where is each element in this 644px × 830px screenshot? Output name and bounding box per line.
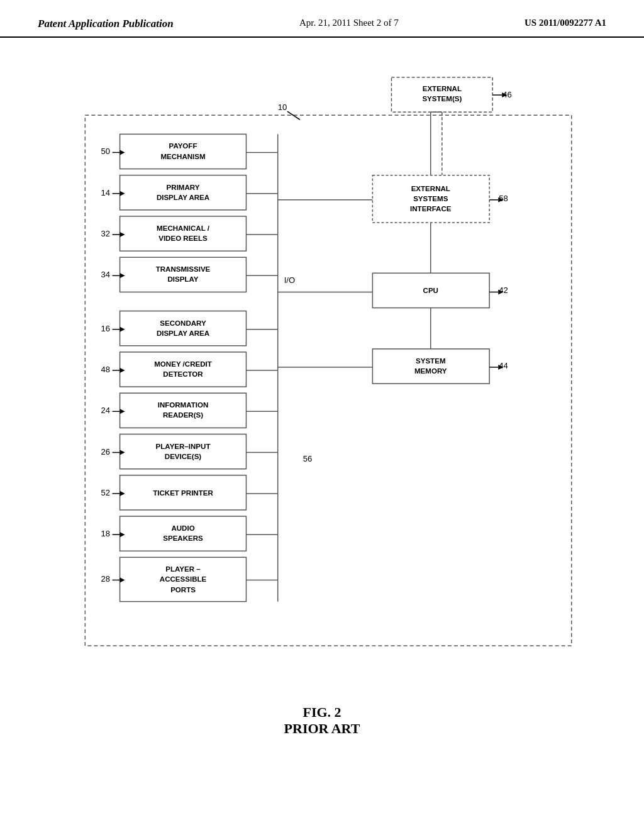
system-memory-label: SYSTEM <box>416 357 445 365</box>
ref-58: 58 <box>499 194 508 203</box>
figure-number: FIG. 2 <box>0 704 644 721</box>
player-ports-label3: PORTS <box>170 586 196 594</box>
mechanical-reels-label2: VIDEO REELS <box>158 235 208 242</box>
ref-44: 44 <box>499 361 508 370</box>
ref-52: 52 <box>101 488 110 497</box>
ref-24: 24 <box>101 406 110 415</box>
ref-16: 16 <box>101 324 110 333</box>
svg-rect-10 <box>120 175 247 210</box>
money-detector-label: MONEY /CREDIT <box>154 360 212 368</box>
information-reader-label2: READER(S) <box>163 411 203 419</box>
ext-sys-interface-label: EXTERNAL <box>411 185 450 192</box>
ref-42: 42 <box>499 285 508 295</box>
ref-10: 10 <box>278 102 287 112</box>
patent-diagram: text { font-family: Arial, sans-serif; f… <box>38 57 606 679</box>
primary-display-label: PRIMARY <box>167 184 200 191</box>
svg-rect-26 <box>120 352 247 387</box>
ref-28: 28 <box>101 575 110 584</box>
ref-34: 34 <box>101 270 110 279</box>
publication-title: Patent Application Publication <box>38 18 174 30</box>
svg-rect-14 <box>120 216 247 251</box>
svg-rect-22 <box>120 311 247 346</box>
ref-32: 32 <box>101 229 110 238</box>
patent-number: US 2011/0092277 A1 <box>525 18 606 28</box>
io-label: I/O <box>284 275 295 285</box>
svg-rect-42 <box>120 516 247 551</box>
ticket-printer-label: TICKET PRINTER <box>153 489 213 497</box>
audio-speakers-label: AUDIO <box>171 524 194 532</box>
external-systems-label: EXTERNAL <box>423 85 462 92</box>
ext-sys-interface-label3: INTERFACE <box>410 205 452 213</box>
external-systems-label2: SYSTEM(S) <box>422 95 462 102</box>
ref-26: 26 <box>101 447 110 456</box>
svg-rect-63 <box>372 349 489 384</box>
diagram-area: text { font-family: Arial, sans-serif; f… <box>0 38 644 698</box>
ref-14: 14 <box>101 188 110 197</box>
ext-sys-interface-label2: SYSTEMS <box>413 195 448 202</box>
svg-rect-30 <box>120 393 247 428</box>
cpu-label: CPU <box>423 287 438 294</box>
primary-display-label2: DISPLAY AREA <box>157 194 210 201</box>
payoff-mechanism-label: PAYOFF <box>169 142 197 150</box>
ref-50: 50 <box>101 147 110 156</box>
svg-rect-34 <box>120 434 247 468</box>
player-input-label2: DEVICE(S) <box>165 453 202 460</box>
figure-subtitle: PRIOR ART <box>0 721 644 737</box>
ref-18: 18 <box>101 529 110 538</box>
mechanical-reels-label: MECHANICAL / <box>157 224 210 232</box>
figure-label: FIG. 2 PRIOR ART <box>0 698 644 750</box>
ref-56: 56 <box>303 454 313 463</box>
ref-48: 48 <box>101 365 110 374</box>
audio-speakers-label2: SPEAKERS <box>163 534 203 542</box>
transmissive-display-label: TRANSMISSIVE <box>156 265 211 273</box>
sheet-info: Apr. 21, 2011 Sheet 2 of 7 <box>299 18 399 28</box>
transmissive-display-label2: DISPLAY <box>168 275 199 283</box>
payoff-mechanism-label2: MECHANISM <box>160 153 205 160</box>
player-ports-label: PLAYER – <box>165 565 201 573</box>
secondary-display-label: SECONDARY <box>160 319 206 327</box>
svg-rect-18 <box>120 257 247 292</box>
player-input-label: PLAYER–INPUT <box>156 443 211 450</box>
system-memory-label2: MEMORY <box>414 367 447 375</box>
svg-rect-6 <box>120 134 247 169</box>
information-reader-label: INFORMATION <box>158 401 209 409</box>
player-ports-label2: ACCESSIBLE <box>160 576 207 584</box>
page-header: Patent Application Publication Apr. 21, … <box>0 0 644 38</box>
secondary-display-label2: DISPLAY AREA <box>157 329 210 337</box>
money-detector-label2: DETECTOR <box>163 370 203 378</box>
